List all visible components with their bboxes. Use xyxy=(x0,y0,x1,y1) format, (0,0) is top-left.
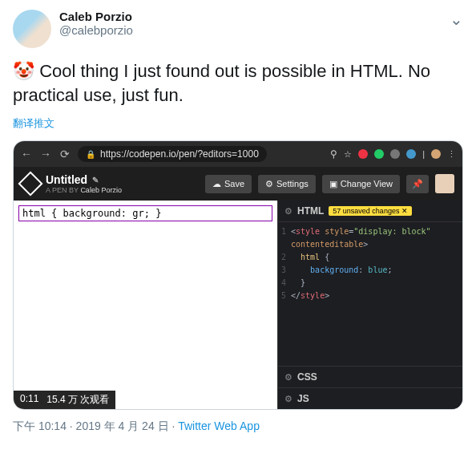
codepen-logo-icon[interactable] xyxy=(18,172,42,197)
video-views: 15.4 万 次观看 xyxy=(46,393,109,407)
ext-icon-blue[interactable] xyxy=(406,149,416,159)
pen-title[interactable]: Untitled xyxy=(46,173,87,186)
js-tab[interactable]: ⚙ JS xyxy=(278,387,462,409)
search-icon[interactable]: ⚲ xyxy=(330,148,337,160)
pin-button[interactable]: 📌 xyxy=(406,175,429,193)
chevron-down-icon[interactable]: ⌄ xyxy=(450,10,463,29)
avatar[interactable] xyxy=(13,10,51,48)
url-bar[interactable]: 🔒 https://codepen.io/pen/?editors=1000 xyxy=(78,146,267,162)
video-timestamp: 0:11 xyxy=(20,393,38,407)
layout-icon: ▣ xyxy=(329,179,337,189)
ext-icon-green[interactable] xyxy=(374,149,384,159)
change-view-button[interactable]: ▣ Change View xyxy=(322,175,400,193)
back-icon[interactable]: ← xyxy=(20,148,33,160)
browser-toolbar: ← → ⟳ 🔒 https://codepen.io/pen/?editors=… xyxy=(14,141,462,167)
tweet-header: Caleb Porzio @calebporzio ⌄ xyxy=(13,10,463,48)
css-tab[interactable]: ⚙ CSS xyxy=(278,366,462,387)
save-button[interactable]: ☁ Save xyxy=(205,175,252,193)
codepen-avatar[interactable] xyxy=(435,174,454,193)
gear-icon[interactable]: ⚙ xyxy=(284,206,292,217)
tweet-source[interactable]: Twitter Web App xyxy=(178,419,260,432)
menu-icon[interactable]: ⋮ xyxy=(447,149,456,160)
clown-emoji: 🤡 xyxy=(13,61,34,81)
pin-icon: 📌 xyxy=(412,179,423,189)
forward-icon[interactable]: → xyxy=(39,148,52,160)
tweet-text: 🤡 Cool thing I just found out is possibl… xyxy=(13,59,463,107)
reload-icon[interactable]: ⟳ xyxy=(58,148,71,160)
preview-pane[interactable]: html { background: gr; } xyxy=(14,201,278,409)
tweet-time[interactable]: 下午 10:14 xyxy=(13,419,67,432)
display-name[interactable]: Caleb Porzio xyxy=(59,10,450,23)
gear-icon: ⚙ xyxy=(265,179,273,189)
video-overlay: 0:11 15.4 万 次观看 xyxy=(14,391,115,409)
settings-button[interactable]: ⚙ Settings xyxy=(258,175,316,193)
star-icon[interactable]: ☆ xyxy=(344,149,352,160)
handle[interactable]: @calebporzio xyxy=(59,23,450,37)
ext-icon-red[interactable] xyxy=(358,149,368,159)
html-tab[interactable]: ⚙ HTML 57 unsaved changes ✕ xyxy=(278,201,462,222)
tweet-date[interactable]: 2019 年 4 月 24 日 xyxy=(76,419,169,432)
gear-icon[interactable]: ⚙ xyxy=(284,372,292,383)
gear-icon[interactable]: ⚙ xyxy=(284,394,292,404)
embedded-media[interactable]: ← → ⟳ 🔒 https://codepen.io/pen/?editors=… xyxy=(13,140,463,410)
codepen-header: Untitled ✎ A PEN BY Caleb Porzio ☁ Save … xyxy=(14,167,462,201)
browser-avatar[interactable] xyxy=(431,149,441,159)
pipe-icon: | xyxy=(422,149,425,159)
code-pane: ⚙ HTML 57 unsaved changes ✕ 1<<stylestyl… xyxy=(278,201,462,409)
ext-icon-gray[interactable] xyxy=(390,149,400,159)
unsaved-badge[interactable]: 57 unsaved changes ✕ xyxy=(329,206,412,216)
pen-author[interactable]: Caleb Porzio xyxy=(80,186,122,194)
tweet-meta: 下午 10:14 · 2019 年 4 月 24 日 · Twitter Web… xyxy=(13,419,463,434)
pencil-icon[interactable]: ✎ xyxy=(92,176,99,184)
lock-icon: 🔒 xyxy=(86,150,95,159)
cloud-icon: ☁ xyxy=(212,179,221,189)
editable-style[interactable]: html { background: gr; } xyxy=(18,205,272,221)
translate-link[interactable]: 翻译推文 xyxy=(13,116,463,131)
code-editor[interactable]: 1<<stylestyle style="display: block" con… xyxy=(278,222,462,306)
